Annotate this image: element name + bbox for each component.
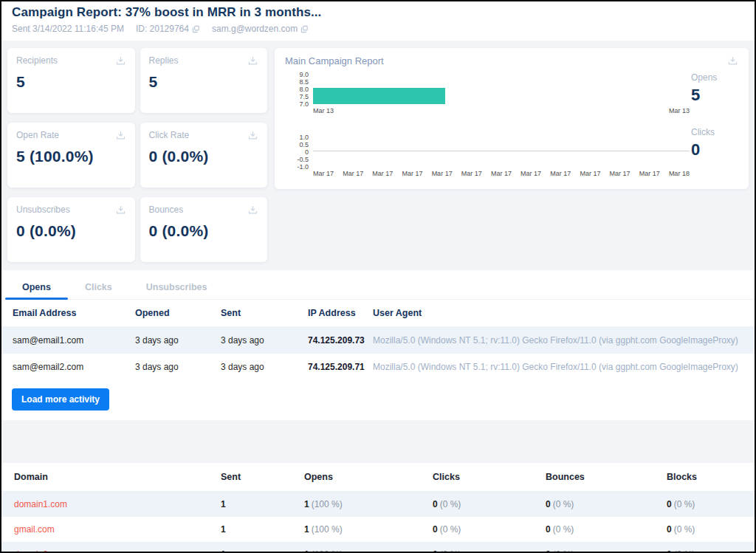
opens-plot-area [313, 71, 690, 105]
chart-title: Main Campaign Report [285, 55, 384, 66]
sender-email: sam.g@wordzen.com [212, 24, 309, 34]
y-axis-ticks: 1.0 0.5 0 -0.5 -1.0 [285, 134, 313, 168]
stat-value: 5 (100.0%) [16, 148, 126, 165]
domain-link[interactable]: domain1.com [14, 499, 67, 509]
campaign-report-page: Campaign Report: 37% boost in MRR in 3 m… [0, 0, 756, 553]
download-icon[interactable] [247, 130, 258, 141]
email-address: sam@email2.com [1, 362, 135, 372]
sent-time: 3 days ago [221, 362, 308, 372]
stat-label: Replies [149, 55, 179, 66]
download-icon[interactable] [247, 205, 258, 216]
activity-row: sam@email1.com 3 days ago 3 days ago 74.… [1, 327, 755, 354]
domains-section: Domain Sent Opens Clicks Bounces Blocks … [1, 463, 755, 553]
download-icon[interactable] [115, 55, 126, 66]
stat-value: 0 (0.0%) [16, 222, 126, 240]
opens-bar [313, 88, 445, 104]
stat-card-replies: Replies 5 [140, 48, 268, 113]
clicks-value: 0 [691, 140, 738, 159]
tab-clicks[interactable]: Clicks [68, 282, 129, 299]
domain-row: domain2.com 1 1(100 %) 0(0 %) 0(0 %) 0(0… [1, 542, 755, 553]
user-agent: Mozilla/5.0 (Windows NT 5.1; rv:11.0) Ge… [373, 362, 755, 372]
load-more-activity-button[interactable]: Load more activity [12, 388, 109, 411]
user-agent: Mozilla/5.0 (Windows NT 5.1; rv:11.0) Ge… [373, 335, 755, 346]
email-address: sam@email1.com [1, 335, 135, 346]
activity-row: sam@email2.com 3 days ago 3 days ago 74.… [1, 354, 755, 380]
zero-baseline [313, 151, 690, 151]
stat-label: Recipients [16, 55, 58, 66]
opens-x-axis: Mar 13 Mar 13 [313, 107, 690, 114]
clicks-line-chart: 1.0 0.5 0 -0.5 -1.0 [285, 134, 690, 168]
stat-value: 5 [149, 73, 259, 91]
stat-card-unsubscribes: Unsubscribes 0 (0.0%) [7, 197, 135, 262]
charts-column: 9.0 8.5 8.0 7.5 7.0 Mar 13 Mar 13 [285, 71, 690, 183]
section-gap [1, 420, 755, 463]
stat-label: Click Rate [149, 130, 190, 140]
main-campaign-report-card: Main Campaign Report 9.0 8.5 8.0 7.5 7.0 [275, 48, 749, 189]
stat-card-bounces: Bounces 0 (0.0%) [140, 197, 268, 262]
stat-value: 0 (0.0%) [149, 222, 259, 240]
page-title: Campaign Report: 37% boost in MRR in 3 m… [12, 5, 744, 20]
domain-link[interactable]: domain2.com [14, 549, 67, 553]
stat-label: Open Rate [16, 130, 59, 140]
report-meta: Sent 3/14/2022 11:16:45 PM ID: 20129764 … [12, 24, 744, 34]
activity-tabs: Opens Clicks Unsubscribes [1, 270, 755, 300]
report-header: Campaign Report: 37% boost in MRR in 3 m… [1, 1, 755, 41]
ip-address: 74.125.209.71 [308, 362, 373, 372]
opens-label: Opens [691, 72, 738, 83]
download-icon[interactable] [115, 205, 126, 216]
activity-section: Opens Clicks Unsubscribes Email Address … [1, 270, 755, 420]
sent-timestamp: Sent 3/14/2022 11:16:45 PM [12, 24, 124, 34]
stat-card-recipients: Recipients 5 [7, 48, 135, 113]
campaign-id: ID: 20129764 [136, 24, 200, 34]
clicks-plot-area [313, 134, 690, 168]
stat-value: 5 [16, 73, 126, 91]
tab-opens[interactable]: Opens [5, 282, 68, 299]
stat-label: Unsubscribes [16, 205, 70, 215]
stat-card-click-rate: Click Rate 0 (0.0%) [140, 123, 268, 188]
stat-label: Bounces [149, 205, 184, 215]
domain-row: gmail.com 1 1(100 %) 0(0 %) 0(0 %) 0(0 %… [1, 517, 755, 542]
clicks-label: Clicks [691, 127, 738, 137]
dashboard: Recipients 5 Replies 5 Open Rate 5 (100.… [1, 41, 755, 270]
domain-link[interactable]: gmail.com [14, 524, 55, 535]
opened-time: 3 days ago [135, 362, 221, 372]
copy-icon[interactable] [192, 25, 200, 33]
download-icon[interactable] [115, 130, 126, 141]
domains-table-header: Domain Sent Opens Clicks Bounces Blocks [1, 463, 755, 492]
domain-row: domain1.com 1 1(100 %) 0(0 %) 0(0 %) 0(0… [1, 492, 755, 517]
stat-card-open-rate: Open Rate 5 (100.0%) [7, 123, 135, 188]
download-icon[interactable] [727, 55, 738, 66]
opens-bar-chart: 9.0 8.5 8.0 7.5 7.0 [285, 71, 690, 105]
download-icon[interactable] [247, 55, 258, 66]
clicks-x-axis: Mar 17 Mar 17 Mar 17 Mar 17 Mar 17 Mar 1… [313, 170, 690, 177]
stat-value: 0 (0.0%) [149, 148, 259, 165]
activity-table-header: Email Address Opened Sent IP Address Use… [1, 300, 755, 327]
opened-time: 3 days ago [135, 335, 221, 346]
ip-address: 74.125.209.73 [308, 335, 373, 346]
opens-value: 5 [691, 86, 738, 105]
tab-unsubscribes[interactable]: Unsubscribes [129, 282, 224, 299]
sent-time: 3 days ago [221, 335, 308, 346]
copy-icon[interactable] [300, 25, 309, 33]
stats-grid: Recipients 5 Replies 5 Open Rate 5 (100.… [7, 48, 267, 262]
chart-side-stats: Opens 5 Clicks 0 [690, 71, 738, 183]
y-axis-ticks: 9.0 8.5 8.0 7.5 7.0 [285, 71, 313, 105]
